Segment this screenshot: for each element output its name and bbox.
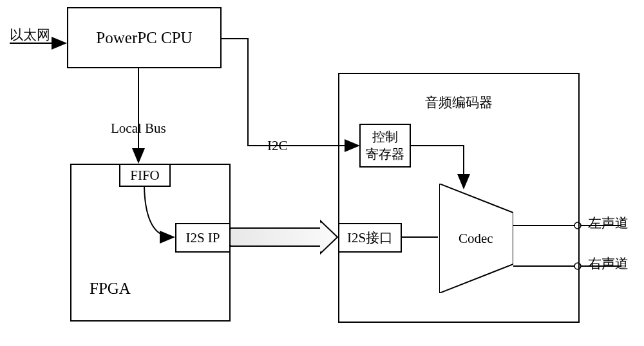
codec-label: Codec bbox=[459, 231, 493, 247]
i2s-interface-label: I2S接口 bbox=[347, 229, 393, 247]
codec-box: Codec bbox=[439, 184, 513, 293]
i2s-ip-box: I2S IP bbox=[175, 223, 231, 253]
control-register-line1: 控制 bbox=[372, 128, 398, 146]
right-channel-label: 右声道 bbox=[588, 255, 629, 273]
control-register-line2: 寄存器 bbox=[366, 146, 404, 163]
fifo-label: FIFO bbox=[130, 168, 160, 184]
audio-encoder-label: 音频编码器 bbox=[425, 93, 493, 111]
fifo-box: FIFO bbox=[119, 164, 171, 187]
cpu-label: PowerPC CPU bbox=[96, 29, 192, 47]
local-bus-label: Local Bus bbox=[111, 120, 166, 137]
svg-marker-4 bbox=[231, 221, 337, 253]
fpga-label: FPGA bbox=[90, 280, 131, 298]
svg-marker-5 bbox=[231, 222, 336, 252]
control-register-box: 控制 寄存器 bbox=[359, 124, 411, 168]
i2s-interface-box: I2S接口 bbox=[338, 223, 402, 253]
i2s-ip-label: I2S IP bbox=[185, 230, 220, 246]
left-channel-label: 左声道 bbox=[588, 214, 629, 232]
ethernet-label: 以太网 bbox=[10, 26, 50, 44]
cpu-box: PowerPC CPU bbox=[67, 7, 222, 68]
i2c-label: I2C bbox=[267, 138, 288, 154]
